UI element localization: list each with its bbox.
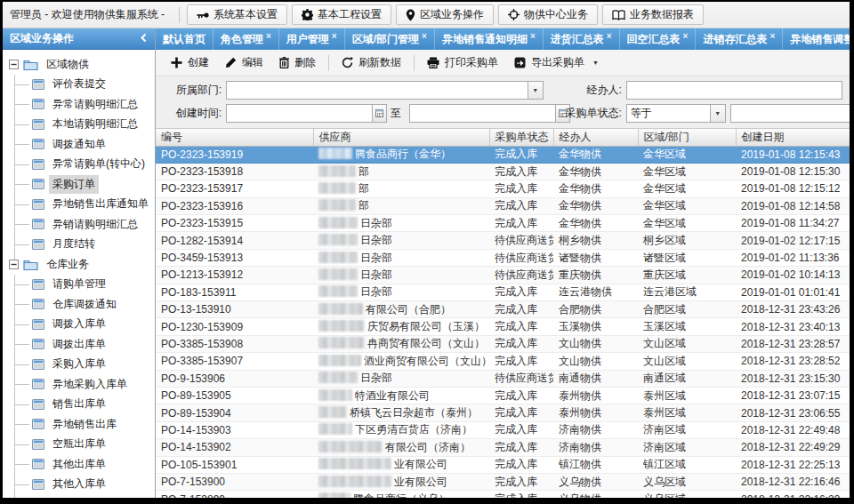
sidebar-item[interactable]: 调拨通知单 bbox=[3, 134, 155, 155]
tab-异地销售调整明细[interactable]: 异地销售调整明细× bbox=[783, 28, 850, 50]
table-row[interactable]: PO-183-153911日杂部完成入库连云港物供连云港区域2019-01-01… bbox=[156, 284, 850, 300]
sidebar-item[interactable]: 异地销售出库 bbox=[3, 414, 155, 435]
column-header-创建日期[interactable]: 创建日期 bbox=[736, 129, 850, 146]
status-operator-select[interactable]: 等于 ▼ bbox=[626, 104, 726, 123]
table-row[interactable]: PO-3385-153908冉商贸有限公司（文山）完成入库文山物供文山区域201… bbox=[156, 335, 850, 352]
status-operator-dropdown-button[interactable]: ▼ bbox=[710, 105, 725, 122]
redacted-supplier-block bbox=[318, 372, 358, 383]
tab-close-icon[interactable]: × bbox=[266, 31, 271, 41]
status-value-input[interactable] bbox=[731, 105, 850, 122]
column-header-经办人[interactable]: 经办人 bbox=[553, 129, 638, 146]
tab-回空汇总表[interactable]: 回空汇总表× bbox=[620, 28, 697, 50]
table-row[interactable]: PO-105-153901业有限公司完成入库镇江物供镇江区域2018-12-31… bbox=[156, 456, 850, 473]
table-row[interactable]: PO-7-153900业有限公司完成入库义乌物供义乌区域2018-12-31 2… bbox=[156, 473, 850, 490]
doc-icon bbox=[32, 399, 44, 410]
table-row[interactable]: PO-14-153902有限公司（济南）完成入库济南物供济南区域2018-12-… bbox=[156, 439, 850, 456]
sidebar-item[interactable]: 其他入库单 bbox=[3, 475, 155, 495]
table-row[interactable]: PO-2323-153917部完成入库金华物供金华区域2019-01-08 12… bbox=[156, 180, 850, 197]
sidebar-item[interactable]: 月度结转 bbox=[3, 235, 155, 255]
sidebar-item[interactable]: 请购单管理 bbox=[3, 275, 155, 295]
sidebar-item[interactable]: 调拨入库单 bbox=[3, 315, 155, 335]
tree-group[interactable]: 区域物供 bbox=[3, 54, 155, 75]
sidebar-item[interactable]: 空瓶出库单 bbox=[3, 435, 155, 455]
tab-close-icon[interactable]: × bbox=[332, 31, 337, 41]
tab-用户管理[interactable]: 用户管理× bbox=[279, 28, 345, 50]
sidebar-item[interactable]: 销售出库单 bbox=[3, 395, 155, 415]
tab-异地销售通知明细[interactable]: 异地销售通知明细× bbox=[435, 28, 544, 50]
toolbar-button-plus[interactable]: 创建 bbox=[163, 52, 217, 73]
tab-进货汇总表[interactable]: 进货汇总表× bbox=[544, 28, 620, 50]
table-row[interactable]: PO-7-153899腾食品商行（义乌）完成入库义乌物供义乌区域2018-12-… bbox=[156, 491, 850, 498]
menubar-item-gear[interactable]: 基本工程设置 bbox=[292, 4, 391, 25]
column-header-采购单状态[interactable]: 采购单状态 bbox=[489, 129, 553, 146]
table-row[interactable]: PO-1230-153909庆贸易有限公司（玉溪）完成入库玉溪物供玉溪区域201… bbox=[156, 318, 850, 335]
sidebar-item-label: 月度结转 bbox=[49, 235, 99, 253]
department-input[interactable] bbox=[227, 82, 528, 99]
toolbar-button-refresh[interactable]: 刷新数据 bbox=[334, 52, 409, 73]
tab-close-icon[interactable]: × bbox=[683, 31, 689, 41]
department-dropdown-button[interactable]: ▼ bbox=[528, 82, 543, 99]
sidebar-item[interactable]: 异地销售出库通知单 bbox=[3, 195, 155, 215]
tab-close-icon[interactable]: × bbox=[769, 31, 775, 41]
menubar-item-book[interactable]: 业务数据报表 bbox=[602, 4, 704, 25]
sidebar-item[interactable]: 采购订单 bbox=[3, 174, 155, 195]
column-header-区域/部门[interactable]: 区域/部门 bbox=[638, 129, 736, 146]
table-row[interactable]: PO-89-153905特酒业有限公司完成入库泰州物供泰州区域2018-12-3… bbox=[156, 387, 850, 404]
tree-group[interactable]: 仓库业务 bbox=[3, 254, 155, 275]
sidebar-item[interactable]: 本地请购明细汇总 bbox=[3, 115, 155, 135]
agent-input[interactable] bbox=[627, 82, 842, 99]
expander-minus-icon[interactable] bbox=[9, 60, 19, 69]
tab-默认首页[interactable]: 默认首页 bbox=[156, 28, 214, 50]
agent-field[interactable] bbox=[626, 81, 842, 100]
table-row[interactable]: PO-3385-153907酒业商贸有限公司（文山）完成入库文山物供文山区域20… bbox=[156, 353, 850, 370]
chevron-left-icon[interactable] bbox=[140, 33, 148, 45]
sidebar-item[interactable]: 异常请购单(转中心) bbox=[3, 155, 155, 175]
sidebar-item[interactable]: 异销出库调整 bbox=[3, 494, 155, 498]
menubar-item-pin[interactable]: 区域业务操作 bbox=[396, 4, 494, 25]
cell-region: 济南区域 bbox=[638, 439, 736, 456]
date-to-input[interactable] bbox=[410, 105, 555, 122]
date-from-field[interactable] bbox=[226, 104, 387, 123]
sidebar-item[interactable]: 异销请购明细汇总 bbox=[3, 214, 155, 235]
toolbar-button-trash[interactable]: 删除 bbox=[271, 52, 324, 73]
sidebar-item[interactable]: 评价表提交 bbox=[3, 75, 155, 95]
menubar-item-key[interactable]: 系统基本设置 bbox=[187, 4, 287, 25]
table-row[interactable]: PO-2323-153918部完成入库金华物供金华区域2019-01-08 12… bbox=[156, 163, 850, 180]
table-row[interactable]: PO-3459-153913日杂部待供应商送货诸暨物供诸暨区域2019-01-0… bbox=[156, 249, 850, 266]
department-select[interactable]: ▼ bbox=[226, 81, 544, 100]
date-from-input[interactable] bbox=[227, 105, 372, 122]
menubar-item-target[interactable]: 物供中心业务 bbox=[498, 4, 598, 25]
tab-进销存汇总表[interactable]: 进销存汇总表× bbox=[696, 28, 783, 50]
date-from-picker-button[interactable] bbox=[372, 105, 386, 122]
column-header-编号[interactable]: 编号 bbox=[156, 129, 313, 146]
tab-close-icon[interactable]: × bbox=[422, 31, 427, 41]
expander-minus-icon[interactable] bbox=[9, 260, 19, 269]
table-row[interactable]: PO-2323-153916部完成入库金华物供金华区域2019-01-08 12… bbox=[156, 197, 850, 214]
doc-icon bbox=[32, 119, 44, 130]
sidebar-item[interactable]: 其他出库单 bbox=[3, 454, 155, 475]
table-row[interactable]: PO-1282-153914日杂部待供应商送货桐乡物供桐乡区域2019-01-0… bbox=[156, 232, 850, 249]
tab-角色管理[interactable]: 角色管理× bbox=[214, 28, 279, 50]
top-menubar: 管理员 - 欢迎使用物供集服系统 - 系统基本设置基本工程设置区域业务操作物供中… bbox=[3, 2, 850, 28]
toolbar-button-pencil[interactable]: 编辑 bbox=[217, 52, 271, 73]
sidebar-item[interactable]: 调拨出库单 bbox=[3, 334, 155, 355]
table-row[interactable]: PO-1213-153912日杂部待供应商送货重庆物供重庆区域2019-01-0… bbox=[156, 267, 850, 284]
tab-区域/部门管理[interactable]: 区域/部门管理× bbox=[345, 28, 435, 50]
table-row[interactable]: PO-2323-153915日杂部完成入库金华物供金华区域2019-01-08 … bbox=[156, 215, 850, 232]
toolbar-button-export[interactable]: 导出采购单▼ bbox=[506, 52, 607, 73]
cell-agent: 合肥物供 bbox=[553, 301, 638, 318]
sidebar-item[interactable]: 采购入库单 bbox=[3, 355, 155, 375]
tab-close-icon[interactable]: × bbox=[530, 31, 536, 41]
table-row[interactable]: PO-89-153904桥镇飞云日杂超市（泰州）完成入库泰州物供泰州区域2018… bbox=[156, 404, 850, 421]
table-row[interactable]: PO-13-153910有限公司（合肥）完成入库合肥物供合肥区域2018-12-… bbox=[156, 301, 850, 318]
toolbar-button-printer[interactable]: 打印采购单 bbox=[419, 52, 506, 73]
table-row[interactable]: PO-9-153906日杂部待供应商送货南通物供南通区域2018-12-31 2… bbox=[156, 370, 850, 387]
status-value-field[interactable] bbox=[730, 104, 850, 123]
sidebar-item[interactable]: 仓库调拨通知 bbox=[3, 294, 155, 315]
column-header-供应商[interactable]: 供应商 bbox=[313, 129, 489, 146]
tab-close-icon[interactable]: × bbox=[607, 31, 612, 41]
sidebar-item[interactable]: 异常请购明细汇总 bbox=[3, 94, 155, 115]
table-row[interactable]: PO-14-153903下区勇清百货店（济南）完成入库济南物供济南区域2018-… bbox=[156, 421, 850, 438]
table-row[interactable]: PO-2323-153919腾食品商行（金华）完成入库金华物供金华区域2019-… bbox=[156, 146, 850, 163]
sidebar-item[interactable]: 异地采购入库单 bbox=[3, 374, 155, 395]
